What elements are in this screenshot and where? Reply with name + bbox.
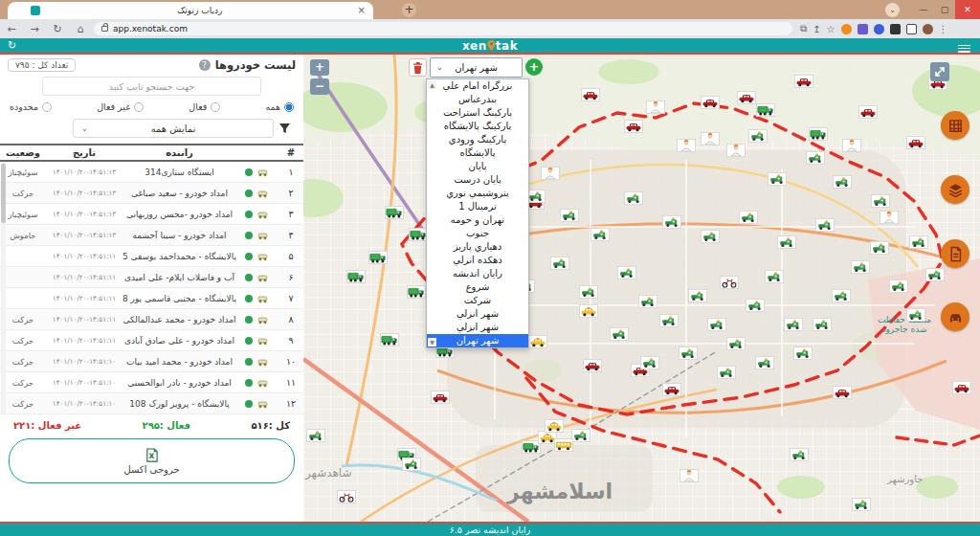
driver-marker[interactable] <box>679 469 699 482</box>
driver-marker[interactable] <box>880 211 899 224</box>
radio-icon[interactable] <box>211 102 220 112</box>
table-scrollbar[interactable] <box>1 162 6 414</box>
pickup-truck-marker[interactable] <box>571 429 590 442</box>
maximize-button[interactable]: ▢ <box>934 0 955 19</box>
scroll-down-icon[interactable]: ▼ <box>428 338 436 346</box>
minimize-button[interactable]: — <box>913 0 934 19</box>
truck-marker[interactable] <box>346 270 366 283</box>
motorcycle-marker[interactable] <box>720 276 739 289</box>
pickup-truck-marker[interactable] <box>755 356 774 369</box>
zone-option[interactable]: رایان اندیشه <box>427 267 528 280</box>
zone-option[interactable]: جنوب <box>427 227 528 240</box>
motorcycle-marker[interactable] <box>337 490 356 503</box>
zone-option[interactable]: پایان <box>427 160 528 173</box>
car-marker[interactable] <box>701 96 720 109</box>
extension-icon[interactable] <box>890 24 901 34</box>
pickup-truck-marker[interactable] <box>701 230 720 243</box>
show-all-select[interactable]: نمایش همه ⌄ <box>73 119 274 138</box>
truck-marker[interactable] <box>756 103 775 117</box>
zone-option[interactable]: دهکده انزلي <box>427 254 528 267</box>
zone-option[interactable]: شروع <box>427 280 528 294</box>
search-input[interactable] <box>42 77 261 96</box>
pickup-truck-marker[interactable] <box>746 299 765 312</box>
table-row[interactable]: ۵پالایشگاه - محمداحمد یوسفی 235۱۴۰۱/۱۰/۲… <box>0 246 303 267</box>
close-button[interactable]: ✕ <box>955 0 980 19</box>
zone-option[interactable]: شهر انزلي <box>427 321 528 334</box>
extension-icon[interactable] <box>858 24 868 34</box>
pickup-truck-marker[interactable] <box>640 356 659 369</box>
pickup-truck-marker[interactable] <box>815 218 835 232</box>
radio-icon[interactable] <box>42 102 52 112</box>
table-row[interactable]: ۱۰امداد خودرو - محمد امید بیات۱۴۰۱/۱۰/۲۰… <box>0 351 303 372</box>
bookmark-star-icon[interactable]: ☆ <box>827 24 835 34</box>
pickup-truck-marker[interactable] <box>833 175 852 189</box>
zone-option[interactable]: پارکینگ پالایشگاه <box>427 120 528 133</box>
table-row[interactable]: ۱۱امداد خودرو - نادر ابوالحسنی۱۴۰۱/۱۰/۲۰… <box>0 372 303 393</box>
export-excel-button[interactable]: X خروجی اکسل <box>9 438 295 483</box>
truck-marker[interactable] <box>407 285 426 299</box>
truck-marker[interactable] <box>409 228 428 241</box>
truck-marker[interactable] <box>380 333 399 346</box>
pickup-truck-marker[interactable] <box>889 279 908 293</box>
table-row[interactable]: ۱ایستگاه ستاری314۱۴۰۱/۱۰/۲۰-۱۴:۵۱:۱۳سوئی… <box>0 162 303 183</box>
zone-option[interactable]: دهیاري پاریز <box>427 240 528 254</box>
home-icon[interactable]: ⌂ <box>69 23 92 35</box>
pickup-truck-marker[interactable] <box>777 235 796 249</box>
zone-option[interactable]: پارکینگ استراحت <box>427 106 528 120</box>
menu-dots-icon[interactable]: ⋮ <box>939 24 948 34</box>
layers-button[interactable] <box>941 175 969 204</box>
add-zone-button[interactable]: + <box>525 58 543 76</box>
pickup-truck-marker[interactable] <box>560 209 579 222</box>
delete-zone-button[interactable] <box>409 58 427 77</box>
pickup-truck-marker[interactable] <box>748 129 768 143</box>
pickup-truck-marker[interactable] <box>550 257 569 270</box>
car-marker[interactable] <box>581 88 600 101</box>
table-row[interactable]: ۸امداد خودرو - محمد عبدالمالکی۱۴۰۱/۱۰/۲۰… <box>0 309 303 330</box>
zone-option[interactable]: پارکینگ ورودي <box>427 133 528 146</box>
new-tab-button[interactable]: + <box>402 3 416 17</box>
taxi-marker[interactable] <box>528 335 547 348</box>
pickup-truck-marker[interactable] <box>765 270 784 283</box>
pickup-truck-marker[interactable] <box>906 308 925 322</box>
table-row[interactable]: ۲امداد خودرو - سعید صباغی۱۴۰۱/۱۰/۲۰-۱۴:۵… <box>0 183 303 204</box>
pickup-truck-marker[interactable] <box>739 211 758 224</box>
pickup-truck-marker[interactable] <box>790 448 809 461</box>
truck-marker[interactable] <box>809 127 828 141</box>
table-row[interactable]: ۴امداد خودرو - سینا آحشمه۱۴۰۱/۱۰/۲۰-۱۴:۵… <box>0 225 303 246</box>
avatar[interactable] <box>923 24 933 34</box>
zone-option[interactable]: شهر انزلي <box>427 307 528 321</box>
pickup-truck-marker[interactable] <box>851 260 870 274</box>
pickup-truck-marker[interactable] <box>784 318 803 331</box>
pickup-truck-marker[interactable] <box>679 346 698 360</box>
browser-tab[interactable]: ردیاب زنوتک × <box>8 2 373 19</box>
car-marker[interactable] <box>906 136 925 149</box>
pickup-truck-marker[interactable] <box>717 366 736 379</box>
radio-selected[interactable]: همه <box>265 101 294 112</box>
car-marker[interactable] <box>583 359 602 372</box>
driver-marker[interactable] <box>646 100 665 114</box>
radio-option[interactable]: محدوده <box>10 101 52 112</box>
zone-option[interactable]: ترمینال 1 <box>427 200 528 213</box>
reload-icon[interactable]: ↻ <box>46 23 69 35</box>
pickup-truck-marker[interactable] <box>638 295 657 308</box>
pickup-truck-marker[interactable] <box>688 289 707 302</box>
taxi-marker[interactable] <box>579 304 598 318</box>
driver-marker[interactable] <box>726 144 746 157</box>
zone-select[interactable]: شهر تهران ⌄ <box>430 57 523 78</box>
pickup-truck-marker[interactable] <box>832 289 851 302</box>
vehicles-button[interactable] <box>941 302 969 331</box>
pickup-truck-marker[interactable] <box>909 235 928 249</box>
share-icon[interactable]: ↥ <box>813 24 820 34</box>
forward-icon[interactable]: → <box>23 23 46 35</box>
driver-marker[interactable] <box>701 132 720 145</box>
help-icon[interactable]: ? <box>199 59 211 71</box>
pickup-truck-marker[interactable] <box>726 337 746 350</box>
pickup-truck-marker[interactable] <box>870 241 889 255</box>
fullscreen-button[interactable] <box>930 62 949 81</box>
address-bar[interactable]: app.xenotak.com <box>94 22 792 35</box>
pickup-truck-marker[interactable] <box>707 318 726 331</box>
truck-marker[interactable] <box>385 206 404 219</box>
scroll-up-icon[interactable]: ▲ <box>428 80 436 89</box>
map-canvas[interactable]: اسلامشهرشاهدشهرخاورشهرمنطقه حفاظت شده جا… <box>303 55 980 522</box>
bus-marker[interactable] <box>554 438 573 452</box>
